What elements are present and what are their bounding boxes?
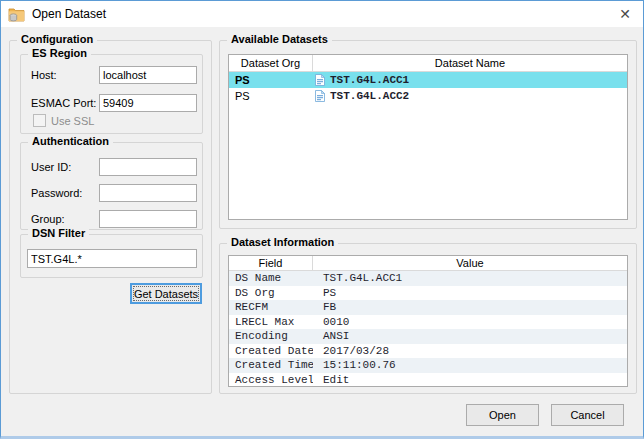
info-value-cell: 15:11:00.76 [313, 358, 627, 373]
host-label: Host: [31, 69, 57, 81]
dataset-name-cell: TST.G4L.ACC2 [313, 88, 627, 104]
dataset-information-rows: DS NameTST.G4L.ACC1DS OrgPSRECFMFBLRECL … [229, 271, 627, 387]
open-dataset-dialog: Open Dataset ✕ Configuration ES Region H… [0, 0, 644, 439]
info-row: DS NameTST.G4L.ACC1 [229, 271, 627, 286]
dataset-information-group-label: Dataset Information [227, 236, 338, 248]
get-datasets-button[interactable]: Get Datasets [130, 283, 202, 304]
info-value-cell: PS [313, 286, 627, 301]
info-field-cell: Created Time [229, 358, 313, 373]
info-field-cell: RECFM [229, 300, 313, 315]
info-row: RECFMFB [229, 300, 627, 315]
info-value-cell: TST.G4L.ACC1 [313, 271, 627, 286]
use-ssl-row: Use SSL [33, 114, 94, 127]
configuration-group-label: Configuration [17, 33, 97, 45]
es-region-group: ES Region Host: ESMAC Port: Use SSL [20, 54, 203, 134]
esmac-port-input[interactable] [99, 94, 197, 112]
dataset-org-cell: PS [229, 72, 313, 88]
password-label: Password: [31, 187, 82, 199]
info-row: Created Date2017/03/28 [229, 344, 627, 359]
close-button[interactable]: ✕ [607, 1, 643, 27]
use-ssl-checkbox[interactable] [33, 114, 46, 127]
dataset-information-header: Field Value [229, 256, 627, 271]
info-field-cell: LRECL Max [229, 315, 313, 330]
info-value-cell: 2017/03/28 [313, 344, 627, 359]
dataset-name-cell: TST.G4L.ACC1 [313, 72, 627, 88]
column-header-field: Field [229, 256, 313, 271]
available-datasets-table: Dataset Org Dataset Name PS TST.G4L.ACC1… [228, 54, 628, 220]
document-icon [315, 90, 325, 102]
close-icon: ✕ [619, 6, 631, 22]
document-icon [315, 74, 325, 86]
dataset-row[interactable]: PS TST.G4L.ACC1 [229, 72, 627, 88]
info-value-cell: ANSI [313, 329, 627, 344]
user-id-input[interactable] [99, 158, 197, 176]
authentication-group-label: Authentication [28, 135, 113, 147]
info-row: Access LevelEdit [229, 373, 627, 388]
column-header-dataset-org[interactable]: Dataset Org [229, 55, 313, 72]
available-datasets-group-label: Available Datasets [227, 33, 332, 45]
info-field-cell: DS Name [229, 271, 313, 286]
folder-database-icon [8, 7, 25, 22]
host-input[interactable] [99, 66, 197, 84]
dataset-name-text: TST.G4L.ACC2 [330, 88, 409, 104]
info-value-cell: Edit [313, 373, 627, 388]
info-value-cell: 0010 [313, 315, 627, 330]
dataset-information-table: Field Value DS NameTST.G4L.ACC1DS OrgPSR… [228, 255, 628, 387]
column-header-value: Value [313, 256, 627, 271]
password-input[interactable] [99, 184, 197, 202]
dsn-filter-group: DSN Filter [20, 234, 203, 278]
group-input[interactable] [99, 210, 197, 228]
info-row: Created Time15:11:00.76 [229, 358, 627, 373]
dataset-name-text: TST.G4L.ACC1 [330, 72, 409, 88]
es-region-group-label: ES Region [28, 47, 91, 59]
use-ssl-label: Use SSL [51, 115, 94, 127]
window-title: Open Dataset [32, 7, 106, 21]
available-datasets-rows: PS TST.G4L.ACC1PS TST.G4L.ACC2 [229, 72, 627, 104]
open-button[interactable]: Open [466, 404, 539, 426]
cancel-button[interactable]: Cancel [551, 404, 624, 426]
available-datasets-group: Available Datasets Dataset Org Dataset N… [219, 40, 637, 229]
esmac-port-label: ESMAC Port: [31, 97, 96, 109]
info-value-cell: FB [313, 300, 627, 315]
info-row: DS OrgPS [229, 286, 627, 301]
dataset-org-cell: PS [229, 88, 313, 104]
info-row: EncodingANSI [229, 329, 627, 344]
info-field-cell: Created Date [229, 344, 313, 359]
configuration-group: Configuration ES Region Host: ESMAC Port… [9, 40, 212, 394]
group-label: Group: [31, 213, 65, 225]
info-field-cell: Encoding [229, 329, 313, 344]
dsn-filter-group-label: DSN Filter [28, 227, 89, 239]
dataset-information-group: Dataset Information Field Value DS NameT… [219, 243, 637, 394]
user-id-label: User ID: [31, 161, 71, 173]
info-field-cell: DS Org [229, 286, 313, 301]
available-datasets-header: Dataset Org Dataset Name [229, 55, 627, 72]
info-field-cell: Access Level [229, 373, 313, 388]
dataset-row[interactable]: PS TST.G4L.ACC2 [229, 88, 627, 104]
info-row: LRECL Max0010 [229, 315, 627, 330]
column-header-dataset-name[interactable]: Dataset Name [313, 55, 627, 72]
authentication-group: Authentication User ID: Password: Group: [20, 142, 203, 230]
titlebar: Open Dataset ✕ [1, 1, 643, 27]
dsn-filter-input[interactable] [27, 249, 197, 268]
